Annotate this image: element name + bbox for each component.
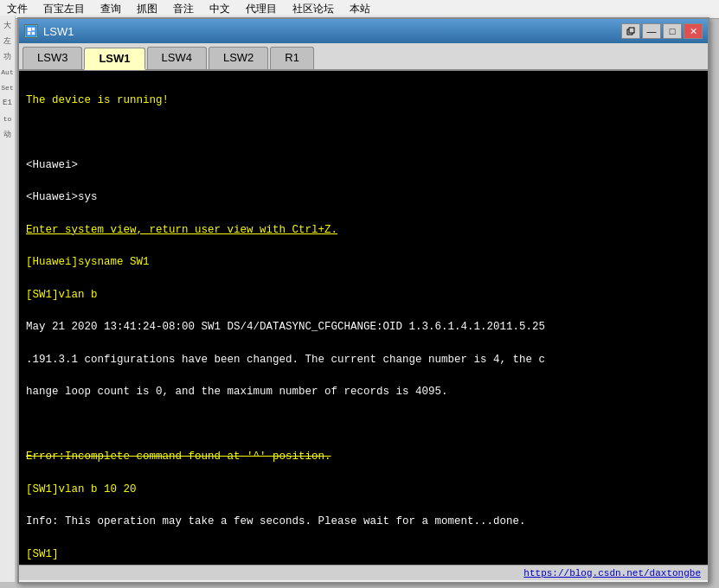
close-button[interactable]: ✕ [684, 23, 703, 39]
terminal-line-14: [SW1] [26, 546, 701, 563]
maximize-button[interactable]: □ [663, 23, 682, 39]
terminal-line-4: <Huawei>sys [26, 189, 701, 206]
window-title: LSW1 [43, 25, 74, 38]
terminal-line-5: Enter system view, return user view with… [26, 222, 701, 239]
sidebar-icon-to[interactable]: to [2, 112, 14, 125]
restore-button[interactable] [621, 23, 640, 39]
terminal-output[interactable]: The device is running! <Huawei> <Huawei>… [19, 71, 708, 565]
title-bar-buttons: — □ ✕ [621, 23, 703, 39]
tab-lsw4[interactable]: LSW4 [147, 47, 207, 69]
svg-rect-4 [32, 32, 35, 35]
tab-r1[interactable]: R1 [270, 47, 314, 69]
terminal-line-6: [Huawei]sysname SW1 [26, 254, 701, 271]
menu-item-4[interactable]: 抓图 [133, 2, 161, 16]
terminal-line-12: [SW1]vlan b 10 20 [26, 482, 701, 498]
status-url: https://blog.csdn.net/daxtongbe [523, 568, 701, 578]
menu-item-7[interactable]: 代理目 [242, 2, 280, 16]
terminal-line-10: hange loop count is 0, and the maximum n… [26, 384, 701, 400]
tab-lsw1[interactable]: LSW1 [84, 48, 144, 70]
terminal-line-13: Info: This operation may take a few seco… [26, 514, 701, 530]
status-bar: https://blog.csdn.net/daxtongbe [19, 565, 708, 580]
sidebar-icon-3[interactable]: 功 [2, 50, 14, 62]
sidebar-icon-dong[interactable]: 动 [2, 128, 14, 140]
terminal-line-1: The device is running! [26, 93, 701, 109]
title-bar-left: LSW1 [24, 24, 74, 38]
sidebar-icon-1[interactable]: 大 [2, 19, 14, 31]
menu-item-file[interactable]: 文件 [3, 2, 31, 16]
svg-rect-2 [32, 28, 35, 30]
main-window: LSW1 — □ ✕ LSW3 LSW1 LSW4 LSW2 R1 The de… [17, 17, 709, 584]
menu-bar: 文件 百宝左目 查询 抓图 音注 中文 代理目 社区论坛 本站 [0, 0, 719, 19]
terminal-line-3: <Huawei> [26, 157, 701, 174]
terminal-line-7: [SW1]vlan b [26, 287, 701, 304]
terminal-line-11: Error:Incomplete command found at '^' po… [26, 449, 701, 465]
tab-lsw2[interactable]: LSW2 [209, 47, 268, 69]
sidebar-icon-e1[interactable]: E1 [2, 97, 14, 109]
window-icon [24, 24, 38, 38]
tab-bar: LSW3 LSW1 LSW4 LSW2 R1 [19, 43, 708, 71]
svg-rect-1 [28, 28, 31, 31]
minimize-button[interactable]: — [642, 23, 661, 39]
menu-item-9[interactable]: 本站 [346, 2, 374, 16]
menu-item-2[interactable]: 百宝左目 [40, 2, 88, 16]
terminal-line-2 [26, 125, 701, 141]
tab-lsw3[interactable]: LSW3 [22, 47, 82, 69]
menu-item-8[interactable]: 社区论坛 [289, 2, 337, 16]
sidebar-icon-auto[interactable]: Aut [2, 66, 14, 78]
terminal-line-blank1 [26, 417, 701, 433]
left-sidebar: 大 左 功 Aut Set E1 to 动 [0, 16, 16, 582]
sidebar-icon-2[interactable]: 左 [2, 35, 14, 47]
terminal-line-9: .191.3.1 configurations have been change… [26, 352, 701, 368]
title-bar: LSW1 — □ ✕ [19, 19, 708, 43]
sidebar-icon-setup[interactable]: Set [2, 81, 14, 93]
menu-item-6[interactable]: 中文 [206, 2, 234, 16]
svg-rect-3 [28, 32, 30, 35]
terminal-line-8: May 21 2020 13:41:24-08:00 SW1 DS/4/DATA… [26, 319, 701, 336]
svg-rect-6 [629, 28, 634, 33]
menu-item-3[interactable]: 查询 [97, 2, 125, 16]
menu-item-5[interactable]: 音注 [170, 2, 197, 16]
